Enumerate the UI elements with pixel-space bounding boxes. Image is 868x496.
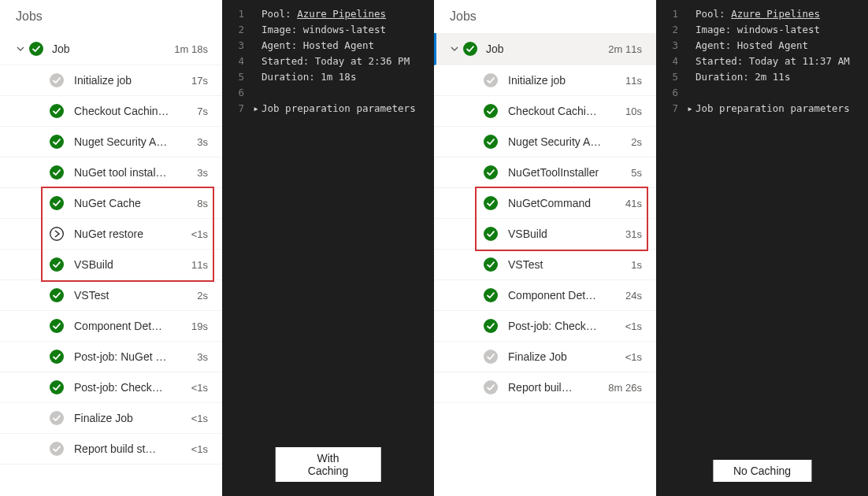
log-pool-value[interactable]: Azure Pipelines bbox=[297, 8, 386, 20]
svg-point-9 bbox=[50, 319, 64, 333]
task-row[interactable]: Post-job: Check…<1s bbox=[434, 311, 656, 342]
task-duration: 17s bbox=[191, 75, 208, 87]
svg-point-0 bbox=[29, 42, 43, 56]
task-label: Finalize Job bbox=[499, 350, 625, 363]
task-row[interactable]: VSBuild11s bbox=[0, 250, 222, 280]
log-image-label: Image: bbox=[262, 24, 297, 35]
svg-point-18 bbox=[484, 165, 498, 180]
log-pool-value[interactable]: Azure Pipelines bbox=[731, 8, 820, 20]
task-row[interactable]: NuGet Cache8s bbox=[0, 188, 222, 219]
chevron-down-icon[interactable] bbox=[13, 44, 28, 54]
task-row[interactable]: Finalize Job<1s bbox=[434, 342, 656, 372]
task-row[interactable]: VSBuild31s bbox=[434, 219, 656, 250]
log-panel-left: 1Pool: Azure Pipelines 2Image: windows-l… bbox=[222, 0, 434, 496]
status-success-icon bbox=[483, 257, 499, 272]
task-label: Initialize job bbox=[65, 74, 191, 87]
jobs-header: Jobs bbox=[434, 5, 656, 33]
task-row[interactable]: Initialize job11s bbox=[434, 65, 656, 96]
task-row[interactable]: Report build st…<1s bbox=[0, 434, 222, 465]
svg-point-25 bbox=[484, 380, 498, 394]
job-row[interactable]: Job 2m 11s bbox=[434, 33, 656, 65]
task-row[interactable]: Nuget Security A…2s bbox=[434, 127, 656, 157]
task-label: VSBuild bbox=[65, 258, 191, 271]
task-label: Post-job: NuGet … bbox=[65, 350, 197, 363]
task-duration: <1s bbox=[191, 413, 208, 424]
triangle-right-icon: ▸ bbox=[250, 101, 262, 117]
status-success-icon bbox=[49, 379, 65, 395]
task-duration: 5s bbox=[631, 167, 642, 179]
svg-point-20 bbox=[484, 227, 498, 241]
panel-no-caching: Jobs Job 2m 11s Initialize job11sCheckou… bbox=[434, 0, 868, 496]
task-duration: 7s bbox=[197, 105, 208, 117]
status-success-icon bbox=[49, 287, 65, 303]
caption-no-caching-button[interactable]: No Caching bbox=[713, 460, 811, 482]
status-success-icon bbox=[483, 318, 499, 334]
task-label: Nuget Security A… bbox=[65, 135, 197, 148]
svg-point-15 bbox=[484, 73, 498, 87]
task-label: NuGetToolInstaller bbox=[499, 166, 631, 179]
status-success-icon bbox=[483, 226, 499, 242]
svg-point-4 bbox=[50, 165, 64, 180]
task-label: Finalize Job bbox=[65, 412, 191, 424]
task-label: Report build st… bbox=[65, 442, 191, 455]
task-duration: 19s bbox=[191, 320, 208, 332]
log-agent-label: Agent: bbox=[262, 39, 297, 51]
status-success-icon bbox=[49, 134, 65, 150]
log-image-value: windows-latest bbox=[737, 24, 820, 35]
svg-point-3 bbox=[50, 135, 64, 149]
log-collapsible[interactable]: 7▸Job preparation parameters bbox=[656, 101, 868, 117]
task-label: Nuget Security A… bbox=[499, 135, 631, 148]
status-neutral-icon bbox=[49, 410, 65, 426]
task-row[interactable]: NuGetCommand41s bbox=[434, 188, 656, 219]
task-row[interactable]: NuGet restore<1s bbox=[0, 219, 222, 250]
task-duration: 3s bbox=[197, 136, 208, 148]
task-duration: 24s bbox=[625, 290, 642, 302]
task-row[interactable]: Finalize Job<1s bbox=[0, 403, 222, 434]
task-row[interactable]: VSTest1s bbox=[434, 250, 656, 280]
log-started-value: Today at 11:37 AM bbox=[749, 55, 850, 67]
svg-point-13 bbox=[50, 442, 64, 456]
log-duration-value: 2m 11s bbox=[755, 71, 790, 83]
task-row[interactable]: Initialize job17s bbox=[0, 65, 222, 96]
task-duration: <1s bbox=[625, 320, 642, 332]
task-label: NuGet restore bbox=[65, 228, 191, 240]
task-row[interactable]: Component Det…19s bbox=[0, 311, 222, 342]
log-duration-value: 1m 18s bbox=[321, 71, 356, 83]
task-label: Report buil… bbox=[499, 381, 608, 394]
status-success-icon bbox=[49, 165, 65, 180]
task-row[interactable]: Component Det…24s bbox=[434, 280, 656, 311]
jobs-panel-left: Jobs Job 1m 18s Initialize job17sCheckou… bbox=[0, 0, 222, 496]
job-row[interactable]: Job 1m 18s bbox=[0, 33, 222, 65]
status-success-icon bbox=[462, 41, 478, 57]
task-label: VSTest bbox=[65, 289, 197, 302]
log-pool-label: Pool: bbox=[696, 8, 725, 20]
task-row[interactable]: VSTest2s bbox=[0, 280, 222, 311]
status-success-icon bbox=[483, 195, 499, 211]
task-row[interactable]: Nuget Security A…3s bbox=[0, 127, 222, 157]
task-row[interactable]: Checkout Cachi…10s bbox=[434, 96, 656, 127]
task-duration: <1s bbox=[191, 228, 208, 240]
log-collapsible[interactable]: 7▸Job preparation parameters bbox=[222, 101, 434, 117]
task-label: VSTest bbox=[499, 258, 631, 271]
task-list-right: Initialize job11sCheckout Cachi…10sNuget… bbox=[434, 65, 656, 403]
log-started-label: Started: bbox=[696, 55, 743, 67]
task-row[interactable]: Post-job: NuGet …3s bbox=[0, 342, 222, 372]
task-duration: 2s bbox=[631, 136, 642, 148]
svg-point-21 bbox=[484, 257, 498, 272]
chevron-down-icon[interactable] bbox=[447, 44, 462, 54]
task-row[interactable]: NuGetToolInstaller5s bbox=[434, 157, 656, 188]
status-neutral-icon bbox=[483, 72, 499, 88]
task-row[interactable]: Post-job: Check…<1s bbox=[0, 372, 222, 403]
task-row[interactable]: NuGet tool instal…3s bbox=[0, 157, 222, 188]
triangle-right-icon: ▸ bbox=[684, 101, 696, 117]
caption-with-caching-button[interactable]: With Caching bbox=[275, 447, 381, 482]
svg-point-22 bbox=[484, 288, 498, 302]
status-neutral-icon bbox=[483, 379, 499, 395]
task-list-left: Initialize job17sCheckout Cachin…7sNuget… bbox=[0, 65, 222, 465]
log-started-value: Today at 2:36 PM bbox=[315, 55, 410, 67]
task-label: VSBuild bbox=[499, 228, 625, 240]
status-neutral-icon bbox=[49, 441, 65, 457]
task-row[interactable]: Checkout Cachin…7s bbox=[0, 96, 222, 127]
task-row[interactable]: Report buil…8m 26s bbox=[434, 372, 656, 403]
svg-point-14 bbox=[463, 42, 477, 56]
